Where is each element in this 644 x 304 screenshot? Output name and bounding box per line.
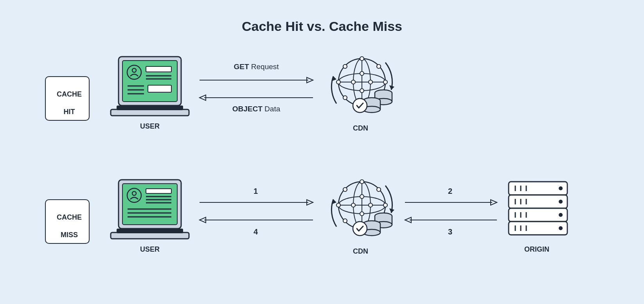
svg-rect-99 <box>509 195 567 208</box>
cache-hit-badge: CACHE HIT <box>45 76 90 121</box>
svg-rect-48 <box>117 229 183 233</box>
svg-point-81 <box>360 195 364 198</box>
cdn-label: CDN <box>353 247 368 256</box>
svg-point-71 <box>360 180 364 184</box>
svg-point-46 <box>353 98 367 113</box>
svg-point-32 <box>343 96 347 100</box>
svg-point-76 <box>369 203 372 207</box>
step-number-1: 1 <box>254 187 258 196</box>
svg-point-75 <box>351 203 355 207</box>
flow-label-bold: GET <box>234 63 249 71</box>
user-label: USER <box>140 245 160 254</box>
arrow-user-to-cdn <box>200 76 313 84</box>
cache-miss-badge: CACHE MISS <box>45 199 90 244</box>
user-laptop-icon <box>109 178 191 240</box>
arrow-miss-user-to-cdn <box>200 198 313 206</box>
svg-rect-0 <box>111 109 189 116</box>
svg-rect-6 <box>146 66 171 72</box>
badge-line: CACHE <box>57 213 82 221</box>
svg-rect-98 <box>509 182 567 195</box>
svg-point-26 <box>336 80 340 84</box>
svg-rect-101 <box>509 222 567 235</box>
svg-point-116 <box>559 213 563 217</box>
svg-rect-47 <box>111 232 189 239</box>
arrow-miss-cdn-to-user <box>200 216 313 224</box>
arrow-label-object-data: OBJECT Data <box>211 105 301 113</box>
svg-rect-12 <box>148 85 171 92</box>
svg-rect-53 <box>146 189 171 193</box>
flow-label-rest: Data <box>263 105 280 113</box>
svg-point-30 <box>343 64 347 68</box>
svg-rect-1 <box>117 106 183 110</box>
svg-point-114 <box>559 186 563 190</box>
cdn-label: CDN <box>353 124 368 132</box>
svg-point-82 <box>360 212 364 216</box>
arrow-label-get-request: GET Request <box>211 63 301 71</box>
badge-line: CACHE <box>57 90 82 98</box>
svg-point-77 <box>343 188 347 191</box>
step-number-3: 3 <box>448 227 452 236</box>
arrow-miss-origin-to-cdn <box>405 216 497 224</box>
user-laptop-icon <box>109 55 191 117</box>
diagram-title: Cache Hit vs. Cache Miss <box>0 19 644 34</box>
svg-point-34 <box>360 72 364 75</box>
cdn-globe-icon <box>325 174 399 240</box>
svg-point-35 <box>360 89 364 93</box>
origin-label: ORIGIN <box>524 245 549 254</box>
badge-line: HIT <box>64 108 75 116</box>
flow-label-bold: OBJECT <box>232 105 263 113</box>
step-number-2: 2 <box>448 187 452 196</box>
svg-point-29 <box>369 80 372 84</box>
svg-point-78 <box>377 188 381 191</box>
svg-point-31 <box>377 64 381 68</box>
arrow-miss-cdn-to-origin <box>405 198 497 206</box>
svg-point-73 <box>336 203 340 207</box>
cdn-globe-icon <box>325 51 399 117</box>
svg-point-24 <box>360 57 364 61</box>
origin-server-icon <box>507 180 569 238</box>
svg-point-27 <box>383 80 387 84</box>
svg-point-28 <box>351 80 355 84</box>
svg-point-93 <box>353 222 367 236</box>
arrow-cdn-to-user <box>200 94 313 102</box>
flow-label-rest: Request <box>249 63 279 71</box>
svg-point-115 <box>559 200 563 204</box>
step-number-4: 4 <box>254 227 258 236</box>
svg-point-117 <box>559 226 563 230</box>
user-label: USER <box>140 122 160 131</box>
badge-line: MISS <box>61 231 78 239</box>
svg-point-79 <box>343 219 347 223</box>
svg-point-74 <box>383 203 387 207</box>
svg-rect-100 <box>509 208 567 222</box>
